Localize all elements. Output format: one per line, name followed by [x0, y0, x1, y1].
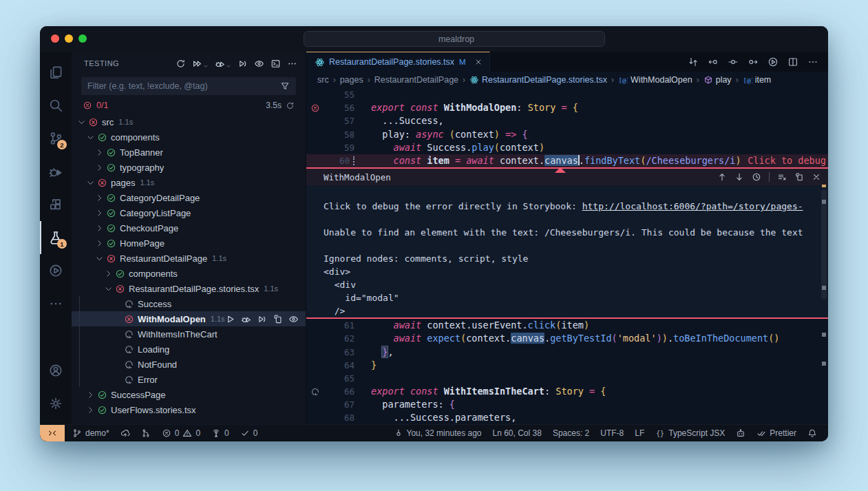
- chevron-right-icon[interactable]: [94, 239, 105, 248]
- breadcrumb-RestaurantDetailPage[interactable]: RestaurantDetailPage: [374, 75, 458, 85]
- command-center-search[interactable]: mealdrop: [304, 31, 605, 47]
- close-window-button[interactable]: [51, 34, 59, 43]
- test-filter-input[interactable]: Filter (e.g. text, !exclude, @tag): [81, 77, 296, 95]
- code-line-60[interactable]: 60 const item = await context.canvas.fin…: [306, 154, 828, 167]
- chevron-down-icon[interactable]: [85, 133, 96, 142]
- close-icon[interactable]: [812, 172, 821, 182]
- history-icon[interactable]: [752, 172, 761, 182]
- test-tree-item-CheckoutPage[interactable]: CheckoutPage: [72, 220, 306, 236]
- chevron-right-icon[interactable]: [94, 163, 105, 172]
- chevron-down-icon[interactable]: [103, 284, 114, 293]
- title-bar[interactable]: mealdrop: [40, 26, 828, 52]
- prev-change-icon[interactable]: [708, 56, 719, 67]
- eye-icon[interactable]: [288, 314, 299, 324]
- clear-icon[interactable]: [777, 172, 787, 182]
- overview-ruler[interactable]: [821, 88, 827, 424]
- maximize-window-button[interactable]: [78, 34, 87, 43]
- test-tree-item-RestaurantDetailPage[interactable]: RestaurantDetailPage1.1s: [72, 251, 306, 266]
- refresh-button[interactable]: [176, 59, 186, 69]
- code-line-56[interactable]: 56export const WithModalOpen: Story = {: [306, 101, 828, 114]
- status-publish-item[interactable]: [115, 425, 136, 441]
- breadcrumb-play[interactable]: play: [703, 75, 732, 85]
- activity-item-accounts[interactable]: [40, 354, 72, 387]
- code-line-68[interactable]: 68 ...Success.parameters,: [306, 411, 828, 424]
- activity-item-explorer[interactable]: [40, 56, 72, 89]
- code-line-67[interactable]: 67 parameters: {: [306, 398, 828, 411]
- test-queued-gutter-icon[interactable]: [310, 387, 321, 397]
- status-ports-item[interactable]: 0: [206, 425, 235, 441]
- status-copilot[interactable]: [730, 425, 751, 441]
- run-all-button[interactable]: [192, 59, 209, 69]
- test-tree-item-components[interactable]: components: [72, 266, 306, 281]
- more-button[interactable]: [287, 59, 297, 69]
- status-cursor-position[interactable]: Ln 60, Col 38: [487, 425, 547, 441]
- status-indentation[interactable]: Spaces: 2: [547, 425, 595, 441]
- status-checks-item[interactable]: 0: [235, 425, 264, 441]
- debug-run-button[interactable]: [215, 59, 231, 69]
- test-tree-item-CategoryListPage[interactable]: CategoryListPage: [72, 205, 306, 220]
- code-editor[interactable]: 5556export const WithModalOpen: Story = …: [306, 88, 828, 424]
- test-tree-item-src[interactable]: src1.1s: [72, 114, 306, 129]
- status-blame-item[interactable]: You, 32 minutes ago: [388, 425, 487, 441]
- test-tree-item-RestaurantDetailPage.stories.tsx[interactable]: RestaurantDetailPage.stories.tsx1.1s: [72, 281, 306, 296]
- test-tree-item-Error[interactable]: Error: [72, 372, 306, 387]
- activity-item-run-and-debug[interactable]: [40, 155, 72, 188]
- chevron-down-icon[interactable]: [85, 178, 96, 187]
- code-line-59[interactable]: 59 await Success.play(context): [306, 141, 828, 154]
- status-eol[interactable]: LF: [629, 425, 650, 441]
- test-tree-item-WithItemsInTheCart[interactable]: WithItemsInTheCart: [72, 326, 306, 342]
- eye-button[interactable]: [254, 59, 264, 69]
- open-changes-icon[interactable]: [688, 56, 699, 67]
- breadcrumb-src[interactable]: src: [317, 75, 329, 85]
- code-line-64[interactable]: 64}: [306, 359, 828, 372]
- terminal-button[interactable]: [271, 59, 281, 69]
- test-tree-item-CategoryDetailPage[interactable]: CategoryDetailPage: [72, 190, 306, 205]
- coverage-test-icon[interactable]: [257, 314, 267, 324]
- breadcrumb-RestaurantDetailPage.stories.tsx[interactable]: RestaurantDetailPage.stories.tsx: [469, 75, 607, 85]
- chevron-right-icon[interactable]: [85, 406, 96, 415]
- activity-item-storybook[interactable]: [40, 254, 72, 287]
- code-line-63[interactable]: 63 },: [306, 346, 828, 359]
- play-icon[interactable]: [225, 314, 235, 324]
- arrow-up-icon[interactable]: [717, 172, 727, 182]
- chevron-right-icon[interactable]: [94, 194, 105, 202]
- status-encoding[interactable]: UTF-8: [595, 425, 629, 441]
- chevron-right-icon[interactable]: [103, 269, 114, 278]
- cur-change-icon[interactable]: [728, 56, 739, 67]
- test-tree-item-NotFound[interactable]: NotFound: [72, 357, 306, 372]
- code-line-58[interactable]: 58 play: async (context) => {: [306, 128, 828, 141]
- chevron-right-icon[interactable]: [94, 148, 105, 157]
- chevron-right-icon[interactable]: [94, 224, 105, 233]
- storybook-link[interactable]: http://localhost:6006/?path=/story/pages…: [582, 201, 803, 211]
- test-tree-item-WithModalOpen[interactable]: WithModalOpen1.1s: [72, 311, 306, 326]
- coverage-run-button[interactable]: [237, 59, 248, 69]
- chevron-down-icon[interactable]: [94, 254, 105, 263]
- code-line-55[interactable]: 55: [306, 88, 828, 101]
- test-tree-item-Success[interactable]: Success: [72, 296, 306, 311]
- refresh-icon[interactable]: [286, 101, 295, 110]
- more-icon[interactable]: [807, 56, 818, 67]
- copy-icon[interactable]: [273, 314, 283, 324]
- test-tree-item-TopBanner[interactable]: TopBanner: [72, 145, 306, 160]
- test-tree-item-typography[interactable]: typography: [72, 160, 306, 175]
- next-change-icon[interactable]: [748, 56, 759, 67]
- filter-icon[interactable]: [280, 81, 290, 91]
- activity-item-extensions[interactable]: [40, 188, 72, 221]
- test-tree-item-components[interactable]: components: [72, 129, 306, 145]
- chevron-down-icon[interactable]: [76, 118, 87, 127]
- minimize-window-button[interactable]: [65, 34, 73, 43]
- activity-item-testing[interactable]: 1: [40, 221, 72, 254]
- debug-test-icon[interactable]: [241, 314, 251, 324]
- code-line-61[interactable]: 61 await context.userEvent.click(item): [306, 319, 828, 332]
- error-lens-message[interactable]: Click to debug: [748, 154, 828, 167]
- close-icon[interactable]: [474, 58, 483, 66]
- tab-restaurantdetailpage-stories[interactable]: RestaurantDetailPage.stories.tsx M: [306, 52, 490, 72]
- arrow-down-icon[interactable]: [734, 172, 744, 182]
- chevron-right-icon[interactable]: [94, 209, 105, 218]
- code-line-65[interactable]: 65: [306, 372, 828, 385]
- test-tree-item-UserFlows.stories.tsx[interactable]: UserFlows.stories.tsx: [72, 402, 306, 417]
- code-line-66[interactable]: 66export const WithItemsInTheCart: Story…: [306, 385, 828, 398]
- status-remote-indicator[interactable]: [40, 425, 65, 441]
- copy-icon[interactable]: [794, 172, 804, 182]
- status-git-graph-item[interactable]: [136, 425, 156, 441]
